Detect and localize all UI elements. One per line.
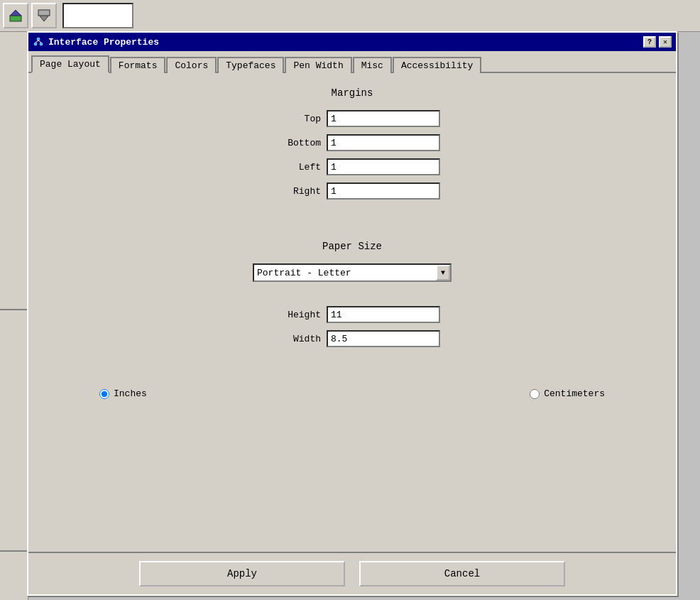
interface-properties-dialog: Interface Properties ? ✕ Page Layout For…: [27, 31, 677, 596]
svg-point-4: [37, 38, 40, 40]
paper-size-select[interactable]: Portrait - Letter Landscape - Letter Por…: [253, 263, 452, 282]
right-margin-row: Right: [57, 182, 647, 200]
left-input[interactable]: [327, 158, 440, 175]
tab-typefaces[interactable]: Typefaces: [217, 57, 284, 73]
svg-line-7: [35, 40, 38, 43]
height-row: Height: [57, 306, 647, 323]
toolbar-preview: [62, 3, 133, 28]
svg-point-5: [34, 43, 37, 45]
dialog-icon: [33, 36, 44, 48]
svg-point-6: [40, 43, 43, 45]
bottom-margin-row: Bottom: [57, 134, 647, 151]
paper-size-wrapper: Portrait - Letter Landscape - Letter Por…: [253, 263, 452, 282]
tab-misc[interactable]: Misc: [353, 57, 392, 73]
background-left-panel: numb mode ardiz dized: [0, 32, 28, 600]
tab-accessibility[interactable]: Accessibility: [393, 57, 481, 73]
centimeters-option[interactable]: Centimeters: [530, 388, 605, 399]
height-label: Height: [264, 310, 321, 320]
bottom-label: Bottom: [264, 138, 321, 148]
apply-button[interactable]: Apply: [139, 561, 345, 587]
width-input[interactable]: [327, 330, 440, 347]
bottom-input[interactable]: [327, 134, 440, 151]
title-bar-left: Interface Properties: [33, 36, 159, 48]
svg-rect-3: [38, 10, 50, 16]
svg-rect-0: [10, 16, 21, 21]
close-button[interactable]: ✕: [659, 36, 672, 48]
divider-2: [0, 550, 28, 552]
tab-page-layout[interactable]: Page Layout: [31, 55, 109, 73]
page-layout-content: Margins Top Bottom Left Right Paper Size…: [28, 73, 676, 571]
toolbar-btn-2[interactable]: [31, 3, 57, 28]
tab-formats[interactable]: Formats: [110, 57, 166, 73]
title-bar-right: ? ✕: [643, 36, 672, 48]
height-input[interactable]: [327, 306, 440, 323]
help-button[interactable]: ?: [643, 36, 656, 48]
inches-label: Inches: [114, 388, 147, 399]
inches-option[interactable]: Inches: [99, 388, 147, 399]
title-bar: Interface Properties ? ✕: [28, 33, 676, 51]
inches-radio[interactable]: [99, 389, 109, 399]
left-margin-row: Left: [57, 158, 647, 175]
top-margin-row: Top: [57, 110, 647, 127]
top-input[interactable]: [327, 110, 440, 127]
paper-size-row: Portrait - Letter Landscape - Letter Por…: [57, 263, 647, 282]
divider-1: [0, 309, 28, 310]
right-label: Right: [264, 186, 321, 197]
svg-line-8: [38, 40, 41, 43]
cancel-button[interactable]: Cancel: [359, 561, 565, 587]
svg-marker-1: [10, 10, 21, 16]
width-row: Width: [57, 330, 647, 347]
tabs-bar: Page Layout Formats Colors Typefaces Pen…: [28, 51, 676, 73]
toolbar-btn-1[interactable]: [3, 3, 28, 28]
right-input[interactable]: [327, 182, 440, 200]
width-label: Width: [264, 334, 321, 344]
background-toolbar: [0, 0, 700, 32]
centimeters-label: Centimeters: [544, 388, 605, 399]
button-bar: Apply Cancel: [28, 552, 676, 594]
units-row: Inches Centimeters: [57, 377, 647, 410]
top-label: Top: [264, 114, 321, 124]
dialog-title: Interface Properties: [48, 37, 159, 48]
left-label: Left: [264, 162, 321, 173]
paper-size-section-title: Paper Size: [57, 241, 647, 252]
centimeters-radio[interactable]: [530, 389, 540, 399]
tab-colors[interactable]: Colors: [166, 57, 217, 73]
tab-pen-width[interactable]: Pen Width: [285, 57, 351, 73]
margins-section-title: Margins: [57, 87, 647, 99]
